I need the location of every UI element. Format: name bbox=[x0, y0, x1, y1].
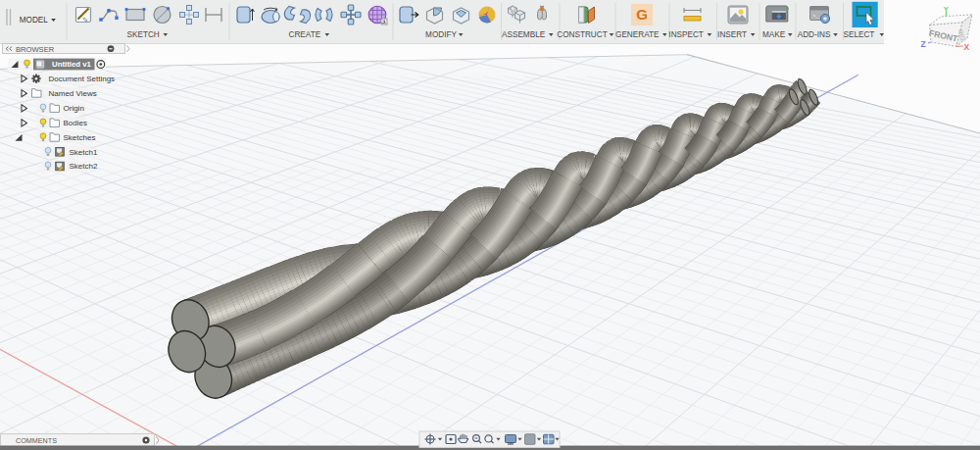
svg-text:MAKE: MAKE bbox=[762, 30, 786, 39]
svg-text:CREATE: CREATE bbox=[289, 30, 321, 39]
svg-text:Sketches: Sketches bbox=[64, 133, 96, 142]
svg-text:>_: >_ bbox=[812, 13, 820, 20]
svg-text:GENERATE: GENERATE bbox=[615, 30, 660, 39]
svg-text:BROWSER: BROWSER bbox=[16, 45, 55, 54]
svg-text:X: X bbox=[964, 42, 970, 52]
svg-text:CONSTRUCT: CONSTRUCT bbox=[557, 30, 607, 39]
svg-text:MODEL: MODEL bbox=[20, 16, 49, 25]
svg-text:G: G bbox=[636, 6, 648, 23]
svg-text:Sketch1: Sketch1 bbox=[70, 148, 98, 157]
svg-text:Bodies: Bodies bbox=[64, 119, 87, 127]
svg-text:Origin: Origin bbox=[64, 104, 84, 113]
svg-text:Untitled v1: Untitled v1 bbox=[52, 60, 92, 69]
svg-text:SKETCH: SKETCH bbox=[127, 30, 160, 39]
svg-text:Sketch2: Sketch2 bbox=[70, 162, 98, 171]
svg-text:ASSEMBLE: ASSEMBLE bbox=[502, 30, 546, 39]
svg-text:Y: Y bbox=[944, 5, 949, 14]
svg-text:INSPECT: INSPECT bbox=[668, 30, 704, 39]
svg-text:MODIFY: MODIFY bbox=[425, 30, 457, 39]
svg-text:INSERT: INSERT bbox=[717, 30, 747, 39]
svg-text:ADD-INS: ADD-INS bbox=[798, 30, 831, 39]
svg-text:Named Views: Named Views bbox=[49, 89, 97, 98]
svg-text:Document Settings: Document Settings bbox=[49, 75, 116, 83]
svg-text:Z: Z bbox=[921, 39, 926, 49]
svg-text:COMMENTS: COMMENTS bbox=[16, 436, 57, 445]
svg-text:SELECT: SELECT bbox=[844, 30, 875, 39]
